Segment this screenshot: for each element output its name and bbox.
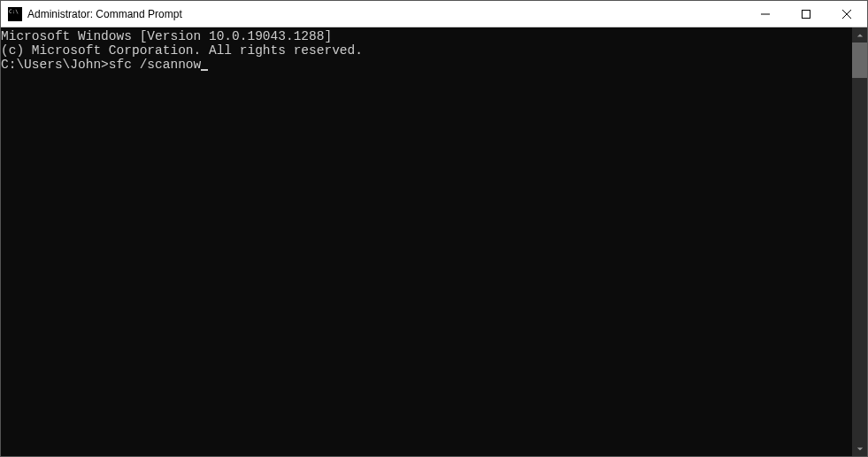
minimize-icon bbox=[761, 10, 770, 19]
scroll-down-button[interactable] bbox=[852, 441, 867, 456]
maximize-button[interactable] bbox=[786, 1, 826, 27]
vertical-scrollbar[interactable] bbox=[852, 27, 867, 456]
terminal-output[interactable]: Microsoft Windows [Version 10.0.19043.12… bbox=[1, 27, 852, 456]
scroll-up-button[interactable] bbox=[852, 27, 867, 43]
titlebar[interactable]: Administrator: Command Prompt bbox=[1, 1, 867, 27]
prompt-text: C:\Users\John> bbox=[1, 58, 109, 72]
close-icon bbox=[842, 10, 851, 19]
scroll-track[interactable] bbox=[852, 43, 867, 441]
close-button[interactable] bbox=[826, 1, 867, 27]
command-input[interactable]: sfc /scannow bbox=[109, 58, 201, 72]
cmd-icon bbox=[8, 7, 22, 21]
svg-rect-1 bbox=[803, 10, 810, 18]
content-area: Microsoft Windows [Version 10.0.19043.12… bbox=[1, 27, 867, 456]
text-cursor bbox=[201, 69, 208, 71]
terminal-prompt-line: C:\Users\John>sfc /scannow bbox=[1, 58, 852, 72]
chevron-down-icon bbox=[856, 445, 864, 453]
maximize-icon bbox=[802, 10, 810, 19]
minimize-button[interactable] bbox=[745, 1, 786, 27]
window-controls bbox=[745, 1, 867, 27]
chevron-up-icon bbox=[856, 32, 864, 39]
command-prompt-window: Administrator: Command Prompt Microsoft bbox=[0, 0, 868, 457]
window-title: Administrator: Command Prompt bbox=[27, 8, 745, 20]
scroll-thumb[interactable] bbox=[852, 43, 867, 78]
terminal-line: Microsoft Windows [Version 10.0.19043.12… bbox=[1, 29, 852, 43]
terminal-line: (c) Microsoft Corporation. All rights re… bbox=[1, 43, 852, 58]
svg-rect-0 bbox=[761, 13, 770, 14]
